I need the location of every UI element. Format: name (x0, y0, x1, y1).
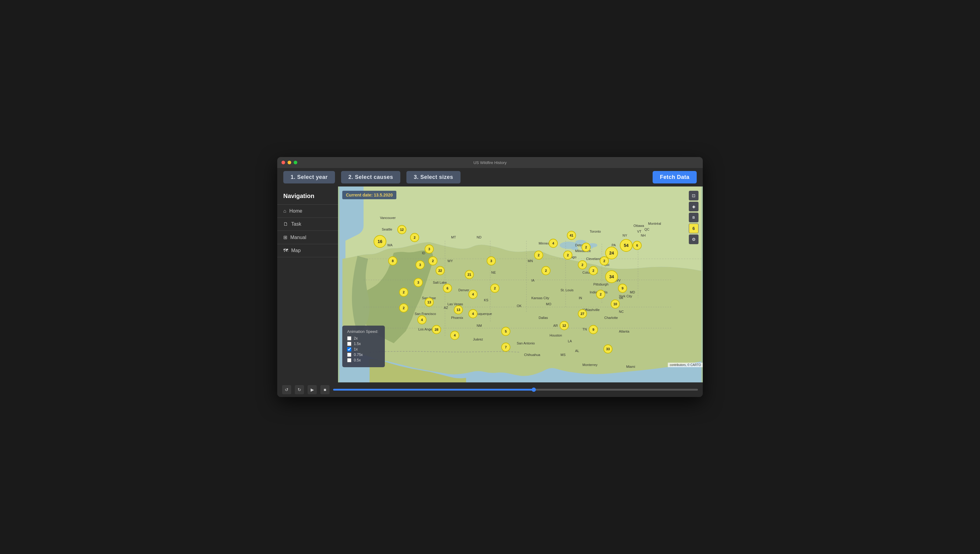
cluster-35[interactable]: 34 (605, 270, 618, 283)
map-icon: 🗺 (283, 248, 288, 253)
cluster-34[interactable]: 54 (620, 239, 632, 252)
cluster-8[interactable]: 3 (414, 278, 423, 287)
cluster-17[interactable]: 21 (465, 270, 474, 279)
main-content: Navigation ⌂ Home 🗋 Task ⊞ Manual 🗺 Map (277, 186, 703, 382)
map-background[interactable]: Current date: 13.5.2020 ⊡ ◈ B 6 ⚙ 161228… (338, 186, 703, 382)
marker-button[interactable]: B (689, 213, 699, 222)
maximize-button[interactable] (294, 161, 297, 164)
close-button[interactable] (281, 161, 285, 164)
cluster-2[interactable]: 2 (410, 233, 419, 242)
anim-checkbox-15x[interactable] (347, 342, 351, 346)
sidebar-item-map[interactable]: 🗺 Map (277, 244, 338, 257)
select-causes-button[interactable]: 2. Select causes (341, 171, 400, 183)
sidebar-item-task[interactable]: 🗋 Task (277, 218, 338, 231)
settings-button[interactable]: ⚙ (689, 234, 699, 244)
cluster-26[interactable]: 4 (549, 239, 558, 248)
anim-label-1x: 1x (354, 347, 358, 352)
app-window: US Wildfire History 1. Select year 2. Se… (277, 157, 703, 397)
anim-checkbox-075x[interactable] (347, 353, 351, 357)
anim-label-15x: 1.5x (354, 342, 361, 346)
cluster-39[interactable]: 6 (632, 241, 642, 250)
cluster-25[interactable]: 2 (541, 266, 551, 275)
cluster-4[interactable]: 3 (425, 245, 434, 254)
select-sizes-button[interactable]: 3. Select sizes (406, 171, 461, 183)
cluster-23[interactable]: 7 (501, 342, 510, 352)
play-button[interactable]: ▶ (308, 385, 317, 394)
animation-speed-title: Animation Speed: (347, 329, 380, 334)
playback-bar: ↺ ↻ ▶ ■ (277, 382, 703, 397)
select-year-button[interactable]: 1. Select year (283, 171, 335, 183)
map-controls: ⊡ ◈ B 6 ⚙ (689, 191, 699, 244)
anim-checkbox-2x[interactable] (347, 336, 351, 341)
progress-fill (333, 389, 534, 391)
sidebar-item-home[interactable]: ⌂ Home (277, 204, 338, 218)
cluster-6[interactable]: 2 (428, 256, 437, 266)
anim-option-2x: 2x (347, 336, 380, 341)
map-svg (338, 186, 703, 382)
cluster-27[interactable]: 2 (563, 251, 572, 259)
cluster-19[interactable]: 4 (468, 309, 477, 318)
cluster-13[interactable]: 4 (417, 315, 426, 325)
cluster-36[interactable]: 2 (596, 290, 605, 299)
cluster-7[interactable]: 22 (436, 266, 445, 275)
minimize-button[interactable] (287, 161, 291, 164)
stop-button[interactable]: ■ (321, 385, 329, 394)
fetch-data-button[interactable]: Fetch Data (653, 171, 697, 183)
cluster-24[interactable]: 2 (534, 251, 543, 259)
cluster-0[interactable]: 16 (373, 235, 386, 248)
cluster-12[interactable]: 2 (399, 303, 408, 312)
cluster-badge: 6 (689, 224, 699, 233)
fast-forward-button[interactable]: ↻ (295, 385, 304, 394)
cluster-18[interactable]: 4 (468, 290, 477, 299)
cluster-40[interactable]: 27 (578, 309, 587, 318)
cluster-33[interactable]: 24 (605, 247, 618, 259)
cluster-10[interactable]: 13 (425, 298, 434, 307)
anim-checkbox-05x[interactable] (347, 358, 351, 362)
anim-option-075x: 0.75x (347, 353, 380, 357)
cluster-15[interactable]: 13 (454, 305, 463, 314)
cluster-21[interactable]: 2 (490, 284, 500, 293)
cluster-9[interactable]: 6 (443, 284, 452, 293)
sidebar-home-label: Home (289, 209, 302, 214)
nav-title: Navigation (277, 193, 338, 204)
cluster-29[interactable]: 2 (578, 260, 587, 269)
cluster-30[interactable]: 2 (581, 243, 591, 252)
window-title: US Wildfire History (473, 160, 506, 165)
cluster-16[interactable]: 4 (450, 331, 459, 340)
animation-options: 2x1.5x1x0.75x0.5x (347, 336, 380, 362)
manual-icon: ⊞ (283, 234, 287, 240)
toolbar: 1. Select year 2. Select causes 3. Selec… (277, 168, 703, 186)
anim-checkbox-1x[interactable] (347, 347, 351, 352)
titlebar: US Wildfire History (277, 157, 703, 168)
sidebar: Navigation ⌂ Home 🗋 Task ⊞ Manual 🗺 Map (277, 186, 338, 382)
cluster-38[interactable]: 9 (618, 284, 627, 293)
layers-button[interactable]: ◈ (689, 202, 699, 212)
home-icon: ⌂ (283, 209, 286, 214)
current-date-badge: Current date: 13.5.2020 (342, 191, 396, 199)
map-attribution: contributors, © CARTO (668, 363, 703, 367)
sidebar-item-manual[interactable]: ⊞ Manual (277, 231, 338, 244)
cluster-1[interactable]: 12 (397, 225, 406, 234)
progress-track[interactable] (333, 389, 698, 391)
cluster-14[interactable]: 28 (432, 325, 441, 334)
cluster-28[interactable]: 41 (567, 231, 576, 240)
select-area-button[interactable]: ⊡ (689, 191, 699, 201)
cluster-41[interactable]: 12 (560, 321, 569, 330)
task-icon: 🗋 (283, 221, 288, 227)
rewind-button[interactable]: ↺ (282, 385, 291, 394)
map-container: Current date: 13.5.2020 ⊡ ◈ B 6 ⚙ 161228… (338, 186, 703, 382)
traffic-lights (281, 161, 297, 164)
cluster-22[interactable]: 5 (501, 327, 510, 336)
cluster-20[interactable]: 3 (487, 256, 496, 266)
progress-thumb[interactable] (531, 388, 536, 392)
anim-option-15x: 1.5x (347, 342, 380, 346)
cluster-3[interactable]: 8 (388, 256, 397, 266)
anim-option-05x: 0.5x (347, 358, 380, 362)
cluster-5[interactable]: 3 (415, 260, 425, 269)
cluster-43[interactable]: 33 (603, 344, 613, 353)
cluster-37[interactable]: 10 (611, 299, 620, 309)
sidebar-map-label: Map (291, 248, 301, 253)
cluster-31[interactable]: 2 (589, 266, 598, 275)
cluster-42[interactable]: 9 (589, 325, 598, 334)
cluster-11[interactable]: 2 (399, 288, 408, 297)
